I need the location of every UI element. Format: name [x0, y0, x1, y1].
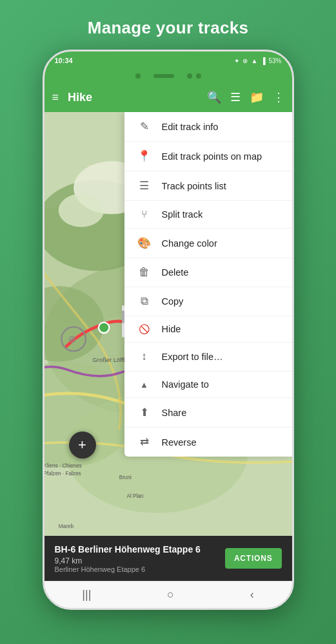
- bottom-nav: ||| ○ ‹: [44, 581, 292, 608]
- reverse-icon: ⇄: [136, 435, 153, 449]
- status-time: 10:34: [55, 57, 73, 64]
- delete-label: Delete: [162, 267, 189, 278]
- copy-icon: ⧉: [136, 295, 153, 308]
- phone-frame: 10:34 ✦ ⊕ ▲ ▐ 53% ≡ Hike 🔍 ☰ 📁 ⋮: [43, 50, 294, 610]
- hide-icon: 🚫: [136, 324, 153, 334]
- home-button[interactable]: ○: [167, 588, 174, 601]
- reverse-label: Reverse: [162, 437, 197, 448]
- signal-icon: ▐: [261, 57, 265, 64]
- battery-indicator: [196, 73, 201, 79]
- menu-item-navigate[interactable]: ▲ Navigate to: [124, 372, 292, 398]
- track-bar: BH-6 Berliner Höhenweg Etappe 6 9,47 km …: [44, 536, 292, 581]
- hide-label: Hide: [162, 324, 181, 334]
- fab-button[interactable]: +: [69, 431, 96, 459]
- scroll-thumb: [122, 310, 124, 323]
- track-points-list-label: Track points list: [162, 181, 226, 191]
- menu-item-edit-track-points[interactable]: 📍 Edit track points on map: [124, 142, 292, 171]
- speaker: [153, 74, 174, 78]
- edit-track-points-label: Edit track points on map: [162, 151, 262, 162]
- track-name: BH-6 Berliner Höhenweg Etappe 6: [55, 544, 225, 555]
- menu-item-split-track[interactable]: ⑂ Split track: [124, 201, 292, 229]
- menu-item-reverse[interactable]: ⇄ Reverse: [124, 428, 292, 457]
- camera-dot-right: [187, 73, 192, 79]
- edit-track-points-icon: 📍: [136, 149, 153, 163]
- copy-label: Copy: [162, 296, 184, 307]
- split-track-icon: ⑂: [136, 209, 153, 220]
- back-button[interactable]: ‹: [250, 588, 254, 601]
- top-right-indicators: [187, 73, 201, 79]
- menu-item-hide[interactable]: 🚫 Hide: [124, 316, 292, 343]
- svg-text:Al Plan: Al Plan: [126, 493, 143, 499]
- menu-item-change-color[interactable]: 🎨 Change color: [124, 229, 292, 258]
- bluetooth-icon: ✦: [234, 57, 239, 64]
- more-icon[interactable]: ⋮: [273, 90, 284, 104]
- svg-point-8: [58, 194, 103, 227]
- edit-track-info-icon: ✎: [136, 120, 153, 133]
- data-icon: ⊕: [242, 57, 248, 64]
- actions-button[interactable]: ACTIONS: [225, 548, 282, 569]
- menu-item-track-points-list[interactable]: ☰ Track points list: [124, 171, 292, 201]
- camera-dot-left: [135, 73, 141, 79]
- list-view-icon[interactable]: ☰: [230, 90, 241, 104]
- track-info: BH-6 Berliner Höhenweg Etappe 6 9,47 km …: [55, 544, 225, 573]
- menu-item-share[interactable]: ⬆ Share: [124, 398, 292, 428]
- track-subtitle: Berliner Höhenweg Etappe 6: [55, 565, 225, 573]
- menu-item-delete[interactable]: 🗑 Delete: [124, 258, 292, 287]
- power-btn: [292, 142, 294, 180]
- battery-text: 53%: [268, 57, 281, 64]
- scroll-indicator: [122, 305, 124, 337]
- toolbar-title: Hike: [68, 91, 206, 104]
- svg-text:Pfalzen · Falzes: Pfalzen · Falzes: [44, 471, 81, 477]
- export-icon: ↕: [136, 350, 153, 363]
- track-distance: 9,47 km: [55, 556, 225, 565]
- svg-text:Kliens · Chienes: Kliens · Chienes: [44, 463, 82, 469]
- change-color-label: Change color: [162, 238, 217, 249]
- svg-point-9: [98, 323, 108, 333]
- search-icon[interactable]: 🔍: [207, 90, 221, 104]
- wifi-icon: ▲: [251, 57, 257, 64]
- menu-item-copy[interactable]: ⧉ Copy: [124, 287, 292, 316]
- map-area: ⊕ Großer Löffler Kliens · Chienes Pfalze…: [44, 112, 292, 536]
- toolbar: ≡ Hike 🔍 ☰ 📁 ⋮: [44, 82, 292, 112]
- toolbar-actions: 🔍 ☰ 📁 ⋮: [207, 90, 284, 104]
- svg-text:Bruni: Bruni: [119, 475, 131, 480]
- folder-icon[interactable]: 📁: [250, 90, 264, 104]
- share-icon: ⬆: [136, 406, 153, 419]
- change-color-icon: 🎨: [136, 236, 153, 250]
- track-points-list-icon: ☰: [136, 179, 153, 193]
- export-label: Export to file…: [162, 352, 223, 362]
- page-title: Manage your tracks: [88, 18, 249, 38]
- menu-button[interactable]: ≡: [52, 91, 59, 104]
- split-track-label: Split track: [162, 209, 203, 220]
- share-label: Share: [162, 408, 187, 418]
- status-bar: 10:34 ✦ ⊕ ▲ ▐ 53%: [44, 52, 292, 70]
- svg-text:⊕: ⊕: [67, 333, 75, 345]
- delete-icon: 🗑: [136, 266, 153, 279]
- context-menu: ✎ Edit track info 📍 Edit track points on…: [124, 112, 292, 457]
- phone-notch: [44, 70, 292, 82]
- edit-track-info-label: Edit track info: [162, 122, 219, 132]
- menu-item-edit-track-info[interactable]: ✎ Edit track info: [124, 112, 292, 142]
- status-icons: ✦ ⊕ ▲ ▐ 53%: [234, 57, 281, 64]
- navigate-label: Navigate to: [162, 379, 209, 390]
- menu-item-export[interactable]: ↕ Export to file…: [124, 343, 292, 372]
- recent-apps-button[interactable]: |||: [82, 588, 91, 601]
- navigate-icon: ▲: [136, 380, 153, 390]
- svg-text:Mareb: Mareb: [58, 524, 74, 529]
